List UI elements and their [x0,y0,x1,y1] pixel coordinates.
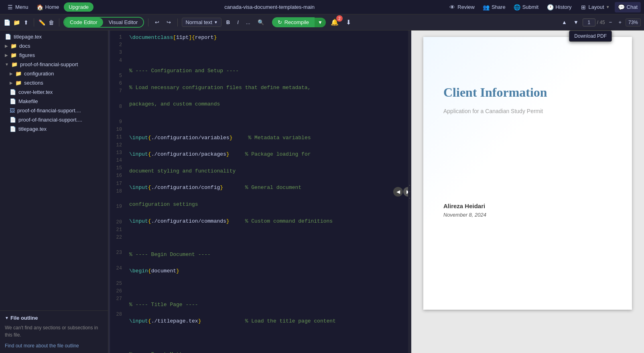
folder-item-label-3: proof-of-financial-support [20,61,78,67]
zoom-level: 73% [626,18,641,26]
page-navigation: ▲ ▼ 1 / 45 − + 73% [559,18,641,27]
file-item-label-5: proof-of-financial-support.... [18,117,82,123]
code-text[interactable]: \documentclass[11pt]{report} % ---- Conf… [124,30,408,353]
layout-chevron-icon: ▼ [606,5,610,9]
file-outline-section: ▼ File outline We can't find any section… [0,310,108,353]
more-formatting-button[interactable]: ... [244,18,253,27]
history-label: History [555,4,571,10]
folder-item-figures[interactable]: ▶ 📁 figures [0,51,108,60]
notification-area: 🔔 2 [328,17,341,28]
download-pdf-button[interactable]: ⬇ [343,17,353,28]
folder-item-proof[interactable]: ▼ 📁 proof-of-financial-support [0,60,108,69]
recompile-label: Recompile [284,19,309,25]
page-current-input[interactable]: 1 [583,18,595,26]
pdf-page: Client Information Application for a Can… [423,37,632,310]
upgrade-button[interactable]: Upgrade [64,2,93,12]
menu-icon: ☰ [6,4,14,11]
review-button[interactable]: 👁 Review [445,2,478,12]
code-editor: 1234567891011121314151617181920212223242… [110,30,408,353]
chat-button[interactable]: 💬 Chat [615,2,641,12]
download-icon: ⬇ [346,18,351,26]
chevron-right-icon: ▶ [5,44,8,48]
folder-icon: 📁 [10,43,17,49]
submit-button[interactable]: 🌐 Submit [510,2,542,12]
prev-page-button[interactable]: ▲ [559,18,569,27]
layout-label: Layout [589,4,604,10]
code-content[interactable]: 1234567891011121314151617181920212223242… [110,30,408,353]
chevron-down-icon: ▼ [5,62,9,67]
toolbar-separator-2 [59,18,59,26]
menu-button[interactable]: ☰ Menu [3,2,32,12]
page-separator: / 45 [597,20,605,25]
home-label: Home [45,4,59,10]
folder-item-sections[interactable]: ▶ 📁 sections [0,78,108,87]
edit-icon[interactable]: ✏️ [38,19,45,26]
notification-badge: 2 [336,15,343,22]
file-item-titlepage-sub[interactable]: 📄 titlepage.tex [0,124,108,134]
home-icon: 🏠 [37,4,44,11]
editor-pdf-resize-handle[interactable]: ⋮⋮⋮ [408,30,411,353]
folder-icon-2: 📁 [10,52,17,58]
file-item-makefile[interactable]: 📄 Makefile [0,97,108,106]
folder-item-label-2: figures [19,52,35,58]
italic-button[interactable]: I [235,18,241,27]
pdf-preview[interactable]: Client Information Application for a Can… [411,30,644,353]
file-item-label: titlepage.tex [14,34,42,40]
share-button[interactable]: 👥 Share [479,2,509,12]
file-icon-2: 📄 [10,89,16,95]
recompile-icon: ↻ [278,19,282,25]
file-item-cover-letter[interactable]: 📄 cover-letter.tex [0,87,108,97]
next-page-button[interactable]: ▼ [571,18,581,27]
share-label: Share [492,4,506,10]
code-editor-button[interactable]: Code Editor [64,18,103,27]
format-label: Normal text [185,19,212,25]
download-pdf-tooltip: Download PDF [569,30,612,42]
chevron-right-icon-3: ▶ [10,71,13,76]
file-item-proof-1[interactable]: 🖼 proof-of-financial-support.... [0,106,108,115]
layout-button[interactable]: ⊞ Layout ▼ [577,2,613,12]
visual-editor-button[interactable]: Visual Editor [103,18,144,27]
share-icon: 👥 [483,4,490,11]
pdf-title: Client Information [443,85,612,100]
file-icon[interactable]: 📄 [3,19,10,26]
review-label: Review [457,4,475,10]
recompile-group: ↻ Recompile ▼ [272,17,326,27]
editor-toggle-left-arrow[interactable]: ◀ [393,187,403,197]
search-button[interactable]: 🔍 [255,18,266,27]
upload-icon[interactable]: ⬆ [22,19,30,26]
file-item-label-4: proof-of-financial-support.... [17,108,81,114]
history-button[interactable]: 🕐 History [543,2,575,12]
folder-item-label-5: sections [24,80,43,86]
file-item-titlepage-top[interactable]: 📄 titlepage.tex [0,32,108,41]
file-outline-title-text: File outline [10,315,38,321]
home-button[interactable]: 🏠 Home [33,2,63,12]
undo-button[interactable]: ↩ [152,18,162,27]
format-chevron-icon: ▼ [214,20,218,24]
bold-button[interactable]: B [224,18,232,27]
file-tree: 📄 titlepage.tex ▶ 📁 docs ▶ 📁 figures ▼ 📁… [0,30,108,310]
delete-icon[interactable]: 🗑 [48,19,55,26]
review-icon: 👁 [449,4,456,11]
file-icon-5: 📄 [10,126,16,132]
file-item-label-2: cover-letter.tex [18,89,53,95]
file-icon: 📄 [5,34,11,40]
pdf-author: Alireza Heidari [443,203,612,209]
redo-button[interactable]: ↪ [164,18,173,27]
folder-icon[interactable]: 📁 [13,19,20,26]
recompile-dropdown-button[interactable]: ▼ [315,18,326,27]
download-pdf-tooltip-text: Download PDF [574,33,607,39]
format-selector[interactable]: Normal text ▼ [182,18,221,27]
recompile-button[interactable]: ↻ Recompile [272,17,315,27]
search-icon: 🔍 [258,19,264,25]
file-outline-title: ▼ File outline [5,315,103,321]
folder-item-configuration[interactable]: ▶ 📁 configuration [0,69,108,78]
folder-item-docs[interactable]: ▶ 📁 docs [0,41,108,51]
line-numbers: 1234567891011121314151617181920212223242… [110,30,124,353]
outline-link[interactable]: Find out more about the file outline [5,343,79,349]
history-icon: 🕐 [546,4,554,11]
image-icon: 🖼 [10,108,15,114]
zoom-in-button[interactable]: + [616,18,624,27]
zoom-out-button[interactable]: − [607,18,615,27]
file-item-proof-2[interactable]: 📄 proof-of-financial-support.... [0,115,108,124]
chevron-right-icon-2: ▶ [5,53,8,57]
